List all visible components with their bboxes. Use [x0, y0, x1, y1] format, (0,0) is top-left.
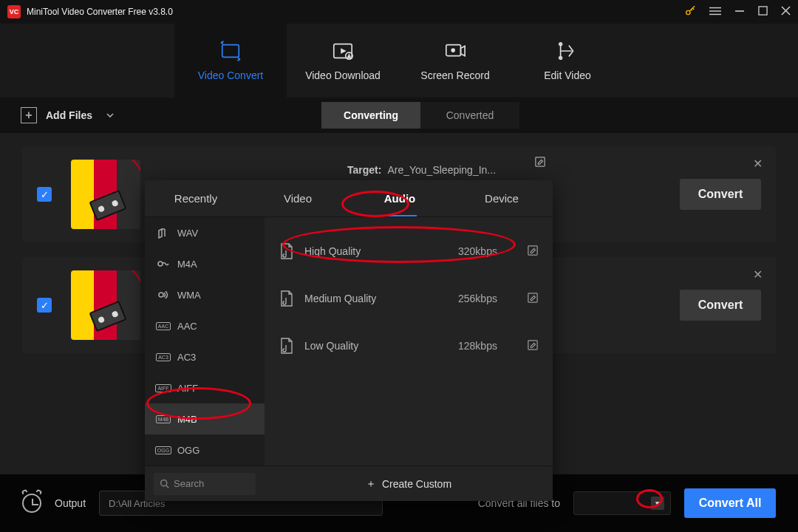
quality-high[interactable]: High Quality 320kbps [279, 228, 538, 275]
format-label: AC3 [177, 352, 196, 363]
mode-label: Edit Video [544, 69, 591, 81]
edit-quality-icon[interactable] [528, 245, 538, 258]
quality-label: Medium Quality [304, 293, 448, 304]
convert-all-button[interactable]: Convert All [684, 488, 776, 518]
mode-tabs: Video Convert Video Download Screen Reco… [0, 24, 798, 98]
format-label: AIFF [177, 383, 198, 394]
svg-rect-5 [759, 7, 767, 15]
format-aac[interactable]: AACAAC [145, 310, 265, 341]
app-title: MiniTool Video Converter Free v3.8.0 [27, 7, 173, 17]
svg-point-20 [159, 293, 163, 297]
tab-converted[interactable]: Converted [420, 102, 519, 129]
format-m4b[interactable]: M4BM4B [145, 403, 265, 434]
output-format-dropdown[interactable]: ▼ [573, 491, 671, 515]
plus-icon: + [21, 107, 37, 123]
popover-tabs: Recently Video Audio Device [145, 180, 553, 217]
create-custom-label: Create Custom [382, 478, 451, 490]
mode-label: Screen Record [420, 69, 489, 81]
file-audio-icon [279, 290, 294, 307]
format-label: AAC [177, 321, 197, 332]
edit-quality-icon[interactable] [528, 340, 538, 352]
format-wav[interactable]: WAV [145, 217, 265, 248]
add-files-label: Add Files [46, 109, 92, 121]
chevron-down-icon: ▼ [651, 497, 664, 510]
quality-label: High Quality [304, 245, 448, 257]
status-segment: Converting Converted [321, 102, 519, 129]
key-icon[interactable] [684, 5, 696, 19]
svg-rect-8 [222, 45, 239, 58]
mode-edit-video[interactable]: Edit Video [511, 24, 624, 98]
format-ogg[interactable]: OGGOGG [145, 434, 265, 466]
quality-bitrate: 320kbps [458, 245, 517, 257]
format-list[interactable]: WAV M4A WMA AACAAC AC3AC3 AIFFAIFF M4BM4… [145, 217, 265, 466]
quality-low[interactable]: Low Quality 128kbps [279, 322, 538, 369]
thumbnail [71, 160, 140, 229]
svg-point-19 [158, 262, 163, 266]
mode-label: Video Download [305, 69, 381, 81]
search-icon [160, 479, 169, 488]
format-m4a[interactable]: M4A [145, 248, 265, 279]
tab-recently[interactable]: Recently [145, 180, 247, 216]
scheduler-icon[interactable] [22, 494, 41, 513]
add-files-button[interactable]: + Add Files [21, 107, 115, 123]
format-label: WAV [177, 228, 198, 239]
svg-rect-22 [528, 293, 537, 301]
maximize-button[interactable] [758, 6, 768, 18]
plus-icon: ＋ [366, 477, 376, 491]
file-audio-icon [279, 242, 294, 260]
edit-quality-icon[interactable] [528, 293, 538, 305]
format-search-input[interactable]: Search [154, 473, 256, 495]
chevron-down-icon[interactable] [106, 111, 115, 120]
app-logo: VC [7, 5, 21, 18]
format-popover: Recently Video Audio Device WAV M4A WMA … [145, 180, 553, 501]
tab-device[interactable]: Device [451, 180, 553, 216]
format-aiff[interactable]: AIFFAIFF [145, 372, 265, 403]
convert-button[interactable]: Convert [680, 290, 761, 321]
format-ac3[interactable]: AC3AC3 [145, 341, 265, 372]
target-name: Are_You_Sleeping_In... [387, 164, 496, 176]
format-label: M4B [177, 414, 197, 425]
titlebar: VC MiniTool Video Converter Free v3.8.0 [0, 0, 798, 24]
target-label: Target: [347, 164, 381, 176]
mode-screen-record[interactable]: Screen Record [399, 24, 511, 98]
svg-point-0 [686, 10, 690, 14]
output-label: Output [55, 497, 86, 509]
svg-point-24 [161, 480, 167, 486]
mode-label: Video Convert [198, 69, 263, 81]
remove-file-button[interactable]: ✕ [753, 267, 763, 282]
svg-rect-15 [536, 157, 545, 166]
tab-video[interactable]: Video [247, 180, 349, 216]
search-placeholder: Search [174, 478, 204, 489]
menu-icon[interactable] [709, 6, 721, 18]
create-custom-button[interactable]: ＋ Create Custom [265, 477, 553, 491]
quality-bitrate: 128kbps [458, 340, 517, 352]
minimize-button[interactable] [734, 6, 745, 18]
format-label: OGG [177, 445, 200, 456]
tab-audio[interactable]: Audio [349, 180, 451, 216]
checkbox[interactable]: ✓ [37, 187, 52, 202]
quality-label: Low Quality [304, 340, 448, 352]
format-label: M4A [177, 259, 197, 270]
checkbox[interactable]: ✓ [37, 298, 52, 313]
close-button[interactable] [781, 6, 791, 18]
quality-medium[interactable]: Medium Quality 256kbps [279, 275, 538, 322]
quality-bitrate: 256kbps [458, 293, 517, 304]
tab-converting[interactable]: Converting [321, 102, 420, 129]
file-audio-icon [279, 337, 294, 355]
mode-video-convert[interactable]: Video Convert [174, 24, 287, 98]
convert-button[interactable]: Convert [680, 179, 761, 210]
edit-target-icon[interactable] [535, 157, 545, 169]
thumbnail [71, 270, 140, 340]
format-wma[interactable]: WMA [145, 279, 265, 310]
svg-rect-23 [528, 340, 537, 349]
svg-rect-21 [528, 245, 537, 254]
toolbar: + Add Files Converting Converted [0, 98, 798, 133]
svg-point-12 [451, 48, 455, 52]
format-label: WMA [177, 290, 201, 301]
mode-video-download[interactable]: Video Download [287, 24, 399, 98]
remove-file-button[interactable]: ✕ [753, 157, 763, 171]
quality-list: High Quality 320kbps Medium Quality 256k… [265, 217, 553, 466]
